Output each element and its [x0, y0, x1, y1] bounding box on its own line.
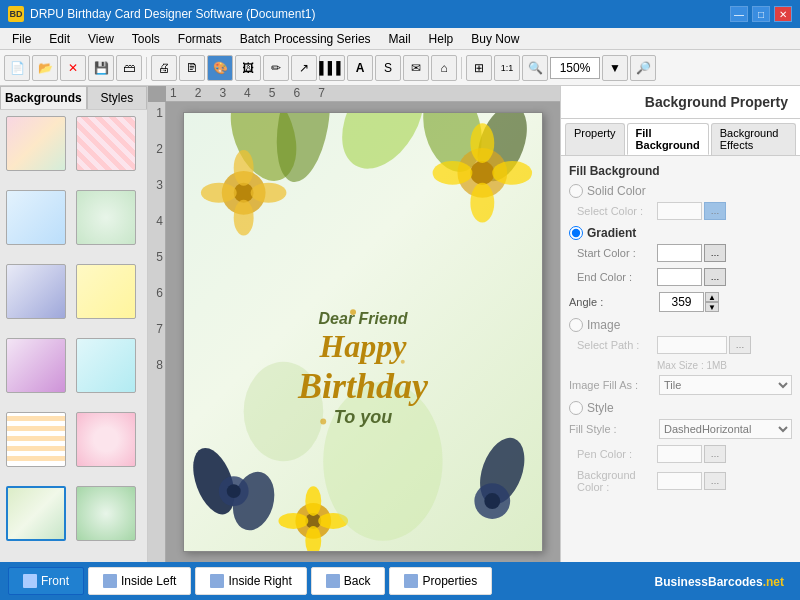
image-path-input[interactable] — [657, 336, 727, 354]
background-thumb-4[interactable] — [76, 190, 136, 245]
print-button[interactable]: 🖨 — [151, 55, 177, 81]
zoom-out-button[interactable]: 🔎 — [630, 55, 656, 81]
background-thumb-6[interactable] — [76, 264, 136, 319]
tab-properties[interactable]: Properties — [389, 567, 492, 595]
background-thumb-11[interactable] — [6, 486, 66, 541]
tab-background-effects[interactable]: Background Effects — [711, 123, 796, 155]
back-tab-icon — [326, 574, 340, 588]
pen-color-swatch[interactable] — [657, 445, 702, 463]
card-toyou-text: To you — [298, 407, 428, 428]
tab-inside-right[interactable]: Inside Right — [195, 567, 306, 595]
background-thumb-7[interactable] — [6, 338, 66, 393]
svg-point-15 — [433, 161, 473, 185]
menu-view[interactable]: View — [80, 30, 122, 48]
image-button[interactable]: 🖼 — [235, 55, 261, 81]
bg-color-picker-btn[interactable]: … — [704, 472, 726, 490]
background-thumb-3[interactable] — [6, 190, 66, 245]
solid-color-picker-btn[interactable]: … — [704, 202, 726, 220]
text-button[interactable]: A — [347, 55, 373, 81]
tab-inside-left[interactable]: Inside Left — [88, 567, 191, 595]
pen-color-row: Pen Color : … — [569, 445, 792, 463]
zoom-input[interactable]: 150% — [550, 57, 600, 79]
image-fill-row: Image Fill As : Tile — [569, 375, 792, 395]
angle-label: Angle : — [569, 296, 659, 308]
color-button[interactable]: 🎨 — [207, 55, 233, 81]
close-button[interactable]: ✕ — [774, 6, 792, 22]
bg-color-swatch[interactable] — [657, 472, 702, 490]
start-color-swatch[interactable] — [657, 244, 702, 262]
right-panel-title: Background Property — [561, 86, 800, 119]
backgrounds-grid — [0, 110, 147, 562]
ratio-button[interactable]: 1:1 — [494, 55, 520, 81]
card-dear-text: Dear Friend — [298, 310, 428, 328]
shape-button[interactable]: S — [375, 55, 401, 81]
svg-point-23 — [305, 486, 321, 516]
draw-button[interactable]: ✏ — [263, 55, 289, 81]
menu-mail[interactable]: Mail — [381, 30, 419, 48]
background-thumb-5[interactable] — [6, 264, 66, 319]
close-doc-button[interactable]: ✕ — [60, 55, 86, 81]
minimize-button[interactable]: — — [730, 6, 748, 22]
email-button[interactable]: ✉ — [403, 55, 429, 81]
open-button[interactable]: 📂 — [32, 55, 58, 81]
scan-button[interactable]: ⌂ — [431, 55, 457, 81]
menu-batch[interactable]: Batch Processing Series — [232, 30, 379, 48]
gradient-radio[interactable] — [569, 226, 583, 240]
grid-button[interactable]: ⊞ — [466, 55, 492, 81]
cursor-button[interactable]: ↗ — [291, 55, 317, 81]
save-button[interactable]: 💾 — [88, 55, 114, 81]
angle-down-btn[interactable]: ▼ — [705, 302, 719, 312]
menu-edit[interactable]: Edit — [41, 30, 78, 48]
style-radio[interactable] — [569, 401, 583, 415]
menu-tools[interactable]: Tools — [124, 30, 168, 48]
background-thumb-8[interactable] — [76, 338, 136, 393]
toolbar-sep-2 — [461, 57, 462, 79]
gradient-radio-row: Gradient — [569, 226, 792, 240]
new-button[interactable]: 📄 — [4, 55, 30, 81]
fill-style-row: Fill Style : DashedHorizontal — [569, 419, 792, 439]
solid-color-swatch[interactable] — [657, 202, 702, 220]
image-fill-select[interactable]: Tile — [659, 375, 792, 395]
barcode-button[interactable]: ▌▌▌ — [319, 55, 345, 81]
tab-fill-background[interactable]: Fill Background — [627, 123, 709, 155]
background-thumb-2[interactable] — [76, 116, 136, 171]
menu-file[interactable]: File — [4, 30, 39, 48]
menu-buynow[interactable]: Buy Now — [463, 30, 527, 48]
tab-front[interactable]: Front — [8, 567, 84, 595]
end-color-swatch[interactable] — [657, 268, 702, 286]
left-panel: Backgrounds Styles — [0, 86, 148, 562]
pen-color-picker-btn[interactable]: … — [704, 445, 726, 463]
background-thumb-12[interactable] — [76, 486, 136, 541]
fill-style-select[interactable]: DashedHorizontal — [659, 419, 792, 439]
image-browse-btn[interactable]: … — [729, 336, 751, 354]
solid-color-radio[interactable] — [569, 184, 583, 198]
start-color-picker-btn[interactable]: … — [704, 244, 726, 262]
tab-styles[interactable]: Styles — [87, 86, 147, 109]
angle-row: Angle : 359 ▲ ▼ — [569, 292, 792, 312]
save-all-button[interactable]: 🗃 — [116, 55, 142, 81]
zoom-in-button[interactable]: 🔍 — [522, 55, 548, 81]
end-color-picker-btn[interactable]: … — [704, 268, 726, 286]
maximize-button[interactable]: □ — [752, 6, 770, 22]
svg-point-9 — [201, 183, 237, 203]
dropdown-btn[interactable]: ▼ — [602, 55, 628, 81]
menu-formats[interactable]: Formats — [170, 30, 230, 48]
image-radio[interactable] — [569, 318, 583, 332]
inside-left-tab-icon — [103, 574, 117, 588]
gradient-section: Gradient Start Color : … End Color : … A… — [569, 226, 792, 312]
canvas-area[interactable]: 1234567 12345678 — [148, 86, 560, 562]
angle-input[interactable]: 359 — [659, 292, 704, 312]
tab-property[interactable]: Property — [565, 123, 625, 155]
image-fill-label: Image Fill As : — [569, 379, 659, 391]
fill-bg-label: Fill Background — [569, 164, 792, 178]
menu-help[interactable]: Help — [421, 30, 462, 48]
pen-color-label: Pen Color : — [577, 448, 657, 460]
print-preview-button[interactable]: 🖹 — [179, 55, 205, 81]
angle-up-btn[interactable]: ▲ — [705, 292, 719, 302]
tab-backgrounds[interactable]: Backgrounds — [0, 86, 87, 109]
background-thumb-1[interactable] — [6, 116, 66, 171]
tab-back[interactable]: Back — [311, 567, 386, 595]
background-thumb-9[interactable] — [6, 412, 66, 467]
bg-color-row: Background Color : … — [569, 469, 792, 493]
background-thumb-10[interactable] — [76, 412, 136, 467]
